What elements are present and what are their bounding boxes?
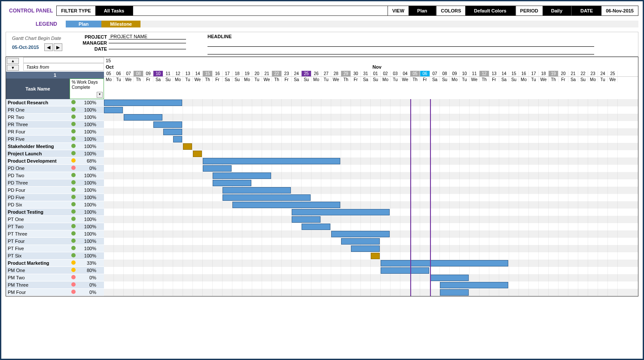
gantt-bar[interactable] bbox=[153, 121, 182, 128]
gantt-bar[interactable] bbox=[173, 136, 182, 142]
filter-type-control[interactable]: FILTER TYPE All Tasks bbox=[56, 6, 133, 16]
gantt-bar[interactable] bbox=[203, 158, 340, 164]
gantt-bar[interactable] bbox=[232, 202, 340, 208]
dow-cell: Th bbox=[549, 77, 559, 82]
task-name-cell: PD Two bbox=[6, 173, 70, 178]
task-pct-cell: 100% bbox=[77, 231, 99, 236]
task-pct-cell: 100% bbox=[77, 188, 99, 193]
gantt-bar[interactable] bbox=[104, 100, 182, 106]
task-name-cell: PD Six bbox=[6, 202, 70, 207]
chart-row bbox=[104, 230, 638, 238]
task-row[interactable]: Product Development68% bbox=[6, 157, 104, 165]
ph-date-value[interactable] bbox=[109, 49, 186, 49]
task-row[interactable]: PR Four100% bbox=[6, 128, 104, 136]
gantt-bar[interactable] bbox=[124, 114, 162, 121]
next-date-button[interactable]: ▶ bbox=[54, 43, 62, 51]
gantt-bar[interactable] bbox=[331, 231, 390, 237]
period-control[interactable]: PERIOD Daily bbox=[516, 6, 571, 16]
day-cell: 19 bbox=[549, 71, 559, 76]
gantt-bar[interactable] bbox=[193, 151, 202, 157]
task-name-cell: Project Launch bbox=[6, 151, 70, 156]
task-pct-cell: 0% bbox=[77, 166, 99, 171]
gantt-bar[interactable] bbox=[440, 289, 469, 296]
task-row[interactable]: Product Marketing33% bbox=[6, 260, 104, 267]
scroll-down-button[interactable]: ▼ bbox=[7, 65, 19, 71]
task-row[interactable]: PM Two0% bbox=[6, 274, 104, 281]
day-cell: 10 bbox=[460, 71, 470, 76]
day-cell: 14 bbox=[499, 71, 509, 76]
period-value: Daily bbox=[543, 6, 571, 15]
task-row[interactable]: PT Five100% bbox=[6, 245, 104, 252]
task-row[interactable]: PD Three100% bbox=[6, 179, 104, 187]
gantt-bar[interactable] bbox=[381, 267, 429, 274]
task-row[interactable]: Project Launch100% bbox=[6, 150, 104, 157]
task-status-cell bbox=[70, 173, 77, 178]
gantt-bar[interactable] bbox=[203, 165, 232, 172]
day-cell: 20 bbox=[559, 71, 568, 76]
chart-row bbox=[104, 252, 638, 260]
date-control[interactable]: DATE 06-Nov-2015 bbox=[571, 6, 638, 16]
task-name-cell: PT Four bbox=[6, 239, 70, 244]
scroll-up-button[interactable]: ▲ bbox=[7, 58, 19, 64]
status-dot-icon bbox=[71, 217, 76, 221]
task-row[interactable]: Product Research100% bbox=[6, 99, 104, 106]
view-control[interactable]: VIEW Plan bbox=[388, 6, 436, 16]
status-dot-icon bbox=[71, 158, 76, 163]
gantt-bar[interactable] bbox=[381, 260, 508, 266]
task-row[interactable]: Stakeholder Meeting100% bbox=[6, 143, 104, 150]
task-row[interactable]: PT Six100% bbox=[6, 252, 104, 260]
dow-cell: We bbox=[400, 77, 410, 82]
begin-date-section: Gantt Chart Begin Date 05-Oct-2015 ◀ ▶ bbox=[10, 34, 73, 54]
task-row[interactable]: Product Testing100% bbox=[6, 209, 104, 216]
gantt-bar[interactable] bbox=[292, 209, 390, 215]
gantt-bar[interactable] bbox=[430, 275, 469, 281]
gantt-bar[interactable] bbox=[163, 129, 182, 135]
project-value[interactable]: PROJECT NAME bbox=[109, 34, 186, 39]
prev-date-button[interactable]: ◀ bbox=[44, 43, 53, 51]
task-row[interactable]: PM Four0% bbox=[6, 289, 104, 296]
task-row[interactable]: PM Three0% bbox=[6, 281, 104, 289]
gantt-bar[interactable] bbox=[213, 180, 251, 186]
task-row[interactable]: PD One0% bbox=[6, 165, 104, 172]
task-status-cell bbox=[70, 115, 77, 120]
pct-dropdown-icon[interactable]: ▾ bbox=[97, 92, 103, 98]
headline-line1[interactable] bbox=[208, 41, 594, 47]
day-cell: 13 bbox=[489, 71, 499, 76]
gantt-bar[interactable] bbox=[292, 216, 320, 223]
headline-line2[interactable] bbox=[208, 48, 594, 54]
gantt-bar[interactable] bbox=[341, 238, 380, 245]
task-row[interactable]: PT Three100% bbox=[6, 230, 104, 238]
task-row[interactable]: PT Four100% bbox=[6, 238, 104, 245]
task-status-cell bbox=[70, 253, 77, 258]
gantt-bar[interactable] bbox=[223, 187, 291, 194]
manager-value[interactable] bbox=[109, 43, 186, 43]
task-name-cell: PD Three bbox=[6, 180, 70, 185]
day-cell: 23 bbox=[282, 71, 292, 76]
colors-control[interactable]: COLORS Default Colors bbox=[436, 6, 515, 16]
gantt-bar[interactable] bbox=[223, 194, 311, 201]
task-row[interactable]: PD Six100% bbox=[6, 201, 104, 209]
task-row[interactable]: PD Two100% bbox=[6, 172, 104, 179]
task-row[interactable]: PT One100% bbox=[6, 216, 104, 223]
gantt-bar[interactable] bbox=[440, 282, 508, 288]
task-status-cell bbox=[70, 246, 77, 251]
task-status-cell bbox=[70, 275, 77, 280]
task-row[interactable]: PR Two100% bbox=[6, 114, 104, 121]
task-start-number[interactable]: 1 bbox=[6, 72, 104, 79]
task-row[interactable]: PR One100% bbox=[6, 106, 104, 114]
gantt-bar[interactable] bbox=[351, 245, 380, 252]
task-row[interactable]: PM One80% bbox=[6, 267, 104, 274]
dow-cell: We bbox=[608, 77, 618, 82]
gantt-bar[interactable] bbox=[213, 172, 271, 179]
day-cell: 06 bbox=[114, 71, 124, 76]
gantt-bar[interactable] bbox=[183, 143, 192, 150]
gantt-bar[interactable] bbox=[371, 253, 380, 259]
gantt-bar[interactable] bbox=[302, 224, 330, 230]
task-row[interactable]: PD Four100% bbox=[6, 187, 104, 194]
task-row[interactable]: PD Five100% bbox=[6, 194, 104, 201]
task-row[interactable]: PR Five100% bbox=[6, 136, 104, 143]
task-row[interactable]: PR Three100% bbox=[6, 121, 104, 128]
task-row[interactable]: PT Two100% bbox=[6, 223, 104, 230]
dow-cell: Mo bbox=[450, 77, 460, 82]
gantt-bar[interactable] bbox=[104, 107, 123, 113]
